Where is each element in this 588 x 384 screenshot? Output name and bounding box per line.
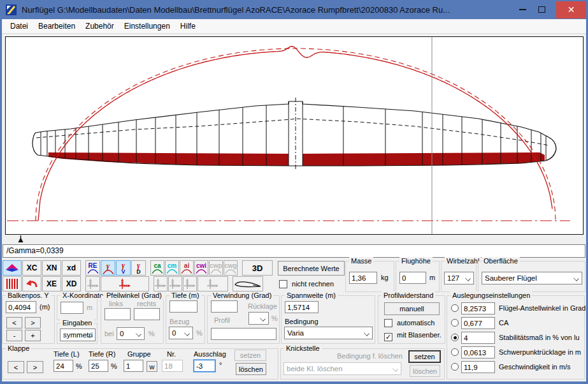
knickstelle-loeschen-button[interactable]: löschen <box>410 365 440 377</box>
minimize-button[interactable] <box>513 1 532 18</box>
eingaben-combo[interactable]: symmetri <box>60 329 96 341</box>
xn-button[interactable]: XN <box>42 260 61 276</box>
gruppe-input[interactable] <box>124 360 143 372</box>
wing-tool-button[interactable] <box>3 260 22 276</box>
xkoordinate-input[interactable] <box>61 302 83 314</box>
auslegung-input-3[interactable] <box>461 346 495 358</box>
flughoehe-input[interactable] <box>399 272 426 284</box>
balkenpos-input[interactable] <box>6 301 36 313</box>
gamma-d-button[interactable]: γD <box>131 260 146 276</box>
axis-wide-gray-button[interactable] <box>197 276 228 292</box>
flughoehe-group: Flughöhe m <box>396 261 440 292</box>
ausschlag-label: Ausschlag <box>194 350 226 358</box>
manuell-button[interactable]: manuell <box>384 302 440 315</box>
auslegung-radio-2[interactable] <box>451 334 459 341</box>
cm-button[interactable]: cm <box>165 260 179 276</box>
tiefe-l-input[interactable] <box>54 360 73 372</box>
pfeilwinkel-links-input[interactable] <box>104 308 131 320</box>
verwindung-ruecklage-combo[interactable] <box>248 312 269 325</box>
nicht-rechnen-checkbox[interactable]: nicht rechnen <box>279 280 334 288</box>
oberflaeche-combo[interactable]: Sauberer Flügel <box>482 272 582 284</box>
w-button[interactable]: w <box>147 361 157 372</box>
wirbelzahl-combo[interactable]: 127 <box>444 272 474 284</box>
window-title: Nurflügel G:\Modellbaudaten\Daten Modell… <box>22 5 513 15</box>
menu-bearbeiten[interactable]: Bearbeiten <box>33 20 80 33</box>
menu-zubehoer[interactable]: Zubehör <box>80 20 119 33</box>
bedingung-combo[interactable]: Varia <box>284 327 373 339</box>
undo-button[interactable] <box>22 276 41 292</box>
tiefe-r-label: Tiefe (R) <box>89 350 115 358</box>
xd2-button[interactable]: XD <box>62 276 81 292</box>
chevron-down-icon <box>364 330 369 336</box>
ribs-button[interactable] <box>3 276 22 292</box>
gamma-button[interactable]: γ <box>101 260 115 276</box>
auslegung-radio-0[interactable] <box>451 304 459 312</box>
tiefe-m-bezug-combo[interactable]: 0 <box>169 327 193 339</box>
axis-1-button[interactable] <box>85 276 100 292</box>
pfeilwinkel-bei-label: bei <box>104 330 114 337</box>
tiefe-m-group: Tiefe (m) Bezug 0 % <box>166 295 205 344</box>
balkenpos-next-button[interactable]: > <box>25 317 41 329</box>
verwindung-profil-input[interactable] <box>211 328 276 340</box>
auslegung-radio-1[interactable] <box>451 319 459 327</box>
pfeilwinkel-group: Pfeilwinkel (Grad) links rechts bei 0 % <box>101 295 164 344</box>
position-marker-icon[interactable] <box>17 235 24 243</box>
automatisch-checkbox[interactable]: automatisch <box>384 319 434 327</box>
verwindung-input[interactable] <box>211 300 238 313</box>
ai-button[interactable]: ai <box>180 260 194 276</box>
view-3d-button[interactable]: 3D <box>242 260 273 276</box>
knickstelle-label: Knickstelle <box>284 344 322 352</box>
cwi-button[interactable]: cwi <box>194 260 208 276</box>
menu-datei[interactable]: Datei <box>5 20 33 33</box>
axis-wide-red-button[interactable] <box>101 276 149 292</box>
flughoehe-unit: m <box>429 274 435 281</box>
tiefe-l-unit: % <box>76 362 82 370</box>
xc-button[interactable]: XC <box>22 260 41 276</box>
balkenpos-minus-button[interactable]: - <box>6 330 22 341</box>
ausschlag-input[interactable] <box>194 360 215 372</box>
gamma-v-button[interactable]: γV <box>116 260 131 276</box>
klappe-loeschen-button[interactable]: löschen <box>236 363 266 375</box>
pfeilwinkel-label: Pfeilwinkel (Grad) <box>104 292 164 299</box>
berechnete-werte-button[interactable]: Berechnete Werte <box>278 261 345 276</box>
pfeilwinkel-bei-combo[interactable]: 0 <box>117 327 145 340</box>
auslegung-input-1[interactable] <box>461 317 495 329</box>
gamma-status-field[interactable]: /Gamma=0,0339 <box>3 244 585 258</box>
maximize-button[interactable] <box>532 1 551 18</box>
axis-4-button[interactable] <box>183 276 197 292</box>
mit-blasenber-checkbox[interactable]: ✓ mit Blasenber. <box>384 331 441 341</box>
klappe-next-button[interactable]: > <box>27 361 43 373</box>
re-button[interactable]: RE <box>85 260 100 276</box>
airfoil-button[interactable] <box>233 276 263 292</box>
knickstelle-combo[interactable]: beide Kl. löschen <box>283 362 401 375</box>
xe-button[interactable]: XE <box>42 276 61 292</box>
nr-input[interactable] <box>162 360 183 372</box>
close-button[interactable]: ✕ <box>556 1 586 18</box>
menu-hilfe[interactable]: Hilfe <box>175 20 201 33</box>
close-icon: ✕ <box>568 4 575 15</box>
oberflaeche-label: Oberfläche <box>482 257 520 265</box>
knickstelle-setzen-button[interactable]: setzen <box>408 350 441 363</box>
wing-plot-canvas[interactable] <box>5 36 584 235</box>
auslegung-input-0[interactable] <box>461 302 495 314</box>
auslegung-radio-4[interactable] <box>451 363 459 371</box>
balkenpos-prev-button[interactable]: < <box>6 317 22 329</box>
klappe-prev-button[interactable]: < <box>8 361 24 373</box>
balkenpos-plus-button[interactable]: + <box>25 330 41 341</box>
ca-button[interactable]: ca <box>150 260 164 276</box>
balkenpos-unit: (m) <box>39 303 50 311</box>
tiefe-r-input[interactable] <box>89 360 108 372</box>
menu-einstellungen[interactable]: Einstellungen <box>119 20 175 33</box>
masse-input[interactable] <box>349 272 377 284</box>
auslegung-radio-3[interactable] <box>451 348 459 356</box>
spannweite-input[interactable] <box>285 301 319 313</box>
xd-button[interactable]: xd <box>62 260 81 276</box>
axis-3-button[interactable] <box>168 276 182 292</box>
tiefe-m-input[interactable] <box>169 300 197 313</box>
klappe-setzen-button[interactable]: setzen <box>234 350 266 361</box>
pfeilwinkel-rechts-input[interactable] <box>134 308 160 320</box>
auslegung-input-4[interactable] <box>461 361 495 373</box>
axis-2-button[interactable] <box>154 276 168 292</box>
mit-blasenber-label: mit Blasenber. <box>397 331 441 339</box>
auslegung-input-2[interactable] <box>461 332 495 344</box>
